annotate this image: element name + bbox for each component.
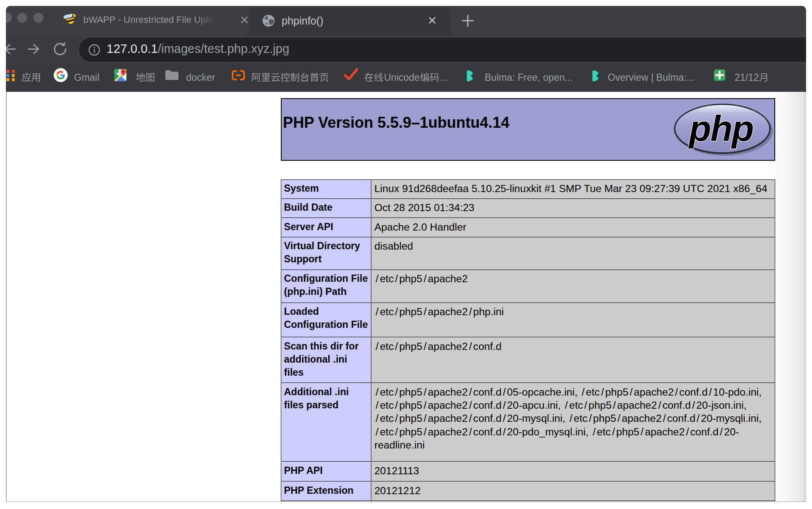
svg-text:php: php [688, 108, 753, 149]
